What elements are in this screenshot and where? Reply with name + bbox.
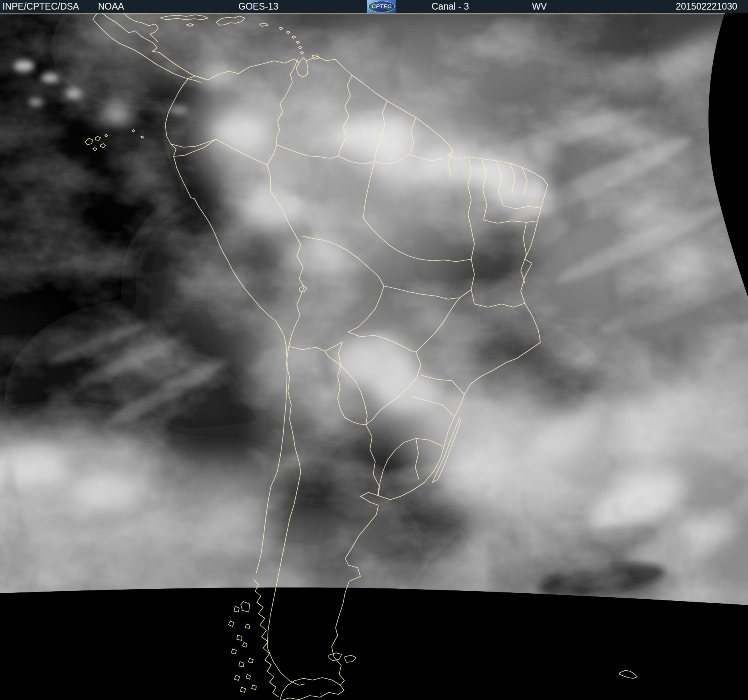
cptec-logo: CPTEC: [367, 0, 396, 13]
band-label: WV: [532, 0, 547, 13]
scan-bottom-gap: [0, 588, 748, 700]
cptec-logo-text: CPTEC: [372, 1, 392, 12]
satellite-image-viewer: INPE/CPTEC/DSA NOAA GOES-13 CPTEC Canal …: [0, 0, 748, 700]
cptec-logo-globe-icon: CPTEC: [368, 1, 395, 12]
cloud-texture-dark: [0, 13, 748, 605]
satellite-image: [0, 0, 748, 700]
header-bar: INPE/CPTEC/DSA NOAA GOES-13 CPTEC Canal …: [0, 0, 748, 13]
timestamp-label: 201502221030: [676, 0, 738, 13]
noaa-label: NOAA: [98, 0, 124, 13]
channel-label: Canal - 3: [432, 0, 469, 13]
agency-label: INPE/CPTEC/DSA: [2, 0, 79, 13]
satellite-name-label: GOES-13: [238, 0, 278, 13]
